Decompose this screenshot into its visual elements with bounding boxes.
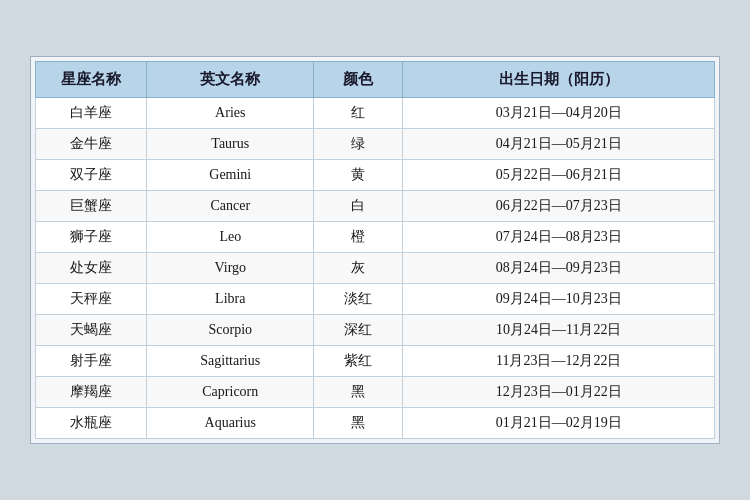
table-row: 射手座Sagittarius紫红11月23日—12月22日 [36, 346, 715, 377]
cell-color: 黑 [314, 377, 403, 408]
cell-color: 白 [314, 191, 403, 222]
cell-zh: 狮子座 [36, 222, 147, 253]
table-row: 天秤座Libra淡红09月24日—10月23日 [36, 284, 715, 315]
table-row: 双子座Gemini黄05月22日—06月21日 [36, 160, 715, 191]
header-color: 颜色 [314, 62, 403, 98]
cell-date: 03月21日—04月20日 [403, 98, 715, 129]
cell-en: Aries [147, 98, 314, 129]
cell-en: Scorpio [147, 315, 314, 346]
cell-date: 04月21日—05月21日 [403, 129, 715, 160]
cell-en: Capricorn [147, 377, 314, 408]
cell-date: 11月23日—12月22日 [403, 346, 715, 377]
table-row: 巨蟹座Cancer白06月22日—07月23日 [36, 191, 715, 222]
cell-date: 10月24日—11月22日 [403, 315, 715, 346]
cell-date: 09月24日—10月23日 [403, 284, 715, 315]
cell-date: 08月24日—09月23日 [403, 253, 715, 284]
cell-color: 黄 [314, 160, 403, 191]
cell-color: 灰 [314, 253, 403, 284]
cell-color: 黑 [314, 408, 403, 439]
cell-zh: 金牛座 [36, 129, 147, 160]
cell-zh: 双子座 [36, 160, 147, 191]
cell-zh: 射手座 [36, 346, 147, 377]
cell-zh: 水瓶座 [36, 408, 147, 439]
cell-en: Leo [147, 222, 314, 253]
cell-zh: 白羊座 [36, 98, 147, 129]
cell-en: Taurus [147, 129, 314, 160]
cell-color: 淡红 [314, 284, 403, 315]
cell-en: Virgo [147, 253, 314, 284]
cell-zh: 处女座 [36, 253, 147, 284]
cell-en: Cancer [147, 191, 314, 222]
table-row: 金牛座Taurus绿04月21日—05月21日 [36, 129, 715, 160]
header-date: 出生日期（阳历） [403, 62, 715, 98]
table-row: 天蝎座Scorpio深红10月24日—11月22日 [36, 315, 715, 346]
cell-zh: 天蝎座 [36, 315, 147, 346]
table-header-row: 星座名称 英文名称 颜色 出生日期（阳历） [36, 62, 715, 98]
table-row: 处女座Virgo灰08月24日—09月23日 [36, 253, 715, 284]
header-en: 英文名称 [147, 62, 314, 98]
table-row: 水瓶座Aquarius黑01月21日—02月19日 [36, 408, 715, 439]
table-body: 白羊座Aries红03月21日—04月20日金牛座Taurus绿04月21日—0… [36, 98, 715, 439]
zodiac-table: 星座名称 英文名称 颜色 出生日期（阳历） 白羊座Aries红03月21日—04… [35, 61, 715, 439]
cell-date: 06月22日—07月23日 [403, 191, 715, 222]
cell-zh: 巨蟹座 [36, 191, 147, 222]
cell-zh: 天秤座 [36, 284, 147, 315]
cell-color: 橙 [314, 222, 403, 253]
cell-date: 07月24日—08月23日 [403, 222, 715, 253]
cell-en: Gemini [147, 160, 314, 191]
cell-en: Sagittarius [147, 346, 314, 377]
cell-color: 红 [314, 98, 403, 129]
zodiac-table-container: 星座名称 英文名称 颜色 出生日期（阳历） 白羊座Aries红03月21日—04… [30, 56, 720, 444]
cell-date: 01月21日—02月19日 [403, 408, 715, 439]
cell-en: Aquarius [147, 408, 314, 439]
table-row: 白羊座Aries红03月21日—04月20日 [36, 98, 715, 129]
cell-color: 绿 [314, 129, 403, 160]
cell-date: 05月22日—06月21日 [403, 160, 715, 191]
cell-color: 紫红 [314, 346, 403, 377]
cell-en: Libra [147, 284, 314, 315]
table-row: 狮子座Leo橙07月24日—08月23日 [36, 222, 715, 253]
table-row: 摩羯座Capricorn黑12月23日—01月22日 [36, 377, 715, 408]
cell-color: 深红 [314, 315, 403, 346]
cell-zh: 摩羯座 [36, 377, 147, 408]
header-zh: 星座名称 [36, 62, 147, 98]
cell-date: 12月23日—01月22日 [403, 377, 715, 408]
